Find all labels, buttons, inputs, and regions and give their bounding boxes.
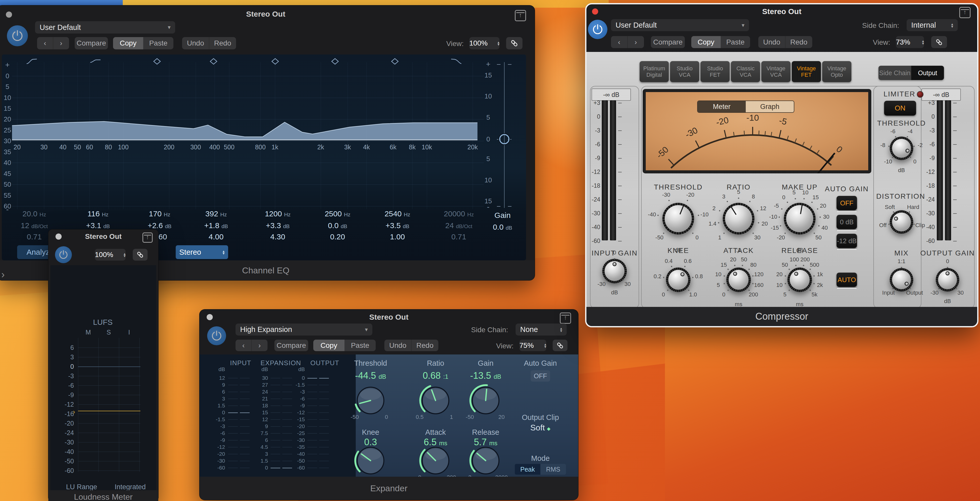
mode-toggle[interactable]: PeakRMS [515,464,566,475]
link-button[interactable] [133,249,148,261]
vu-tab-meter[interactable]: Meter [698,101,746,112]
copy-button[interactable]: Copy [691,36,721,48]
band-gain[interactable]: 0.0 dB [328,221,347,230]
band-gain[interactable]: +2.6 dB [148,221,171,230]
undo-redo-group[interactable]: Undo Redo [182,37,236,49]
titlebar[interactable]: Stereo Out ↑ [48,229,158,245]
prev-next-group[interactable]: ‹› [37,37,69,49]
knob[interactable] [353,383,388,418]
band-frequency[interactable]: 116 Hz [88,210,108,218]
preset-dropdown[interactable]: User Default▾ [35,21,175,33]
plugin-window-mode-icon[interactable]: ↑ [959,7,970,18]
band-q[interactable]: 4.30 [270,232,285,241]
lowpass-band-icon[interactable] [450,58,462,66]
undo-button[interactable]: Undo [182,37,209,49]
plugin-window-mode-icon[interactable]: ↑ [560,313,571,324]
copy-button[interactable]: Copy [113,37,143,49]
highpass-band-icon[interactable] [26,58,37,66]
make-up-knob[interactable] [784,203,816,234]
copy-paste-group[interactable]: Copy Paste [313,340,376,351]
band-frequency[interactable]: 2500 Hz [325,210,351,218]
copy-button[interactable]: Copy [313,340,344,351]
band-q[interactable]: 0.71 [451,232,466,241]
undo-button[interactable]: Undo [384,340,411,351]
copy-paste-group[interactable]: Copy Paste [691,36,750,48]
gain-column-value[interactable]: 0.0 dB [493,223,512,231]
bell-band-icon[interactable] [270,58,281,66]
band-gain[interactable]: +3.1 dB [86,221,110,230]
band-gain[interactable]: 24 dB/Oct [445,221,473,230]
output-clip-value[interactable]: Soft ⬥ [530,423,550,433]
band-frequency[interactable]: 392 Hz [205,210,227,218]
toggle-option-output[interactable]: Output [911,66,944,80]
undo-redo-group[interactable]: Undo Redo [758,36,812,48]
knob[interactable] [418,444,453,477]
next-preset-button[interactable]: › [627,36,644,48]
band-frequency[interactable]: 2540 Hz [385,210,410,218]
vu-mode-toggle[interactable]: MeterGraph [697,100,794,113]
knob[interactable] [469,383,503,418]
threshold-knob[interactable] [662,203,694,234]
ratio-knob[interactable] [723,203,754,234]
link-button[interactable] [553,340,568,351]
prev-next-group[interactable]: ‹› [611,36,644,48]
model-button-studio-fet[interactable]: StudioFET [700,61,730,82]
mode-option-peak[interactable]: Peak [515,464,540,475]
redo-button[interactable]: Redo [411,340,438,351]
plugin-window-mode-icon[interactable]: ↑ [142,232,153,243]
knob[interactable] [353,444,388,477]
knob[interactable] [469,444,503,477]
power-button[interactable] [207,326,226,345]
band-frequency[interactable]: 170 Hz [149,210,170,218]
power-button[interactable] [7,25,28,46]
toggle-option-side-chain[interactable]: Side Chain [878,66,911,80]
disclosure-chevron[interactable]: › [1,269,5,280]
redo-button[interactable]: Redo [209,37,236,49]
band-gain[interactable]: +3.5 dB [385,221,409,230]
next-preset-button[interactable]: › [53,37,69,49]
model-button-classic-vca[interactable]: ClassicVCA [731,61,760,82]
band-gain[interactable]: 12 dB/Oct [21,221,48,230]
limiter-on-button[interactable]: ON [884,101,916,116]
band-q[interactable]: 1.00 [390,232,405,241]
model-button-vintage-opto[interactable]: VintageOpto [822,61,851,82]
link-button[interactable] [931,36,947,48]
compare-button[interactable]: Compare [75,37,108,49]
band-q[interactable]: 0.20 [330,232,345,241]
compare-button[interactable]: Compare [274,340,308,351]
gain-slider-handle[interactable] [499,134,509,144]
auto-gain-option-off[interactable]: OFF [837,196,857,210]
paste-button[interactable]: Paste [721,36,750,48]
prev-preset-button[interactable]: ‹ [37,37,53,49]
bell-band-icon[interactable] [208,58,219,66]
bell-band-icon[interactable] [389,58,401,66]
distortion-knob[interactable] [890,210,913,234]
side-chain-dropdown[interactable]: None▴▾ [515,323,567,336]
mode-option-rms[interactable]: RMS [540,464,566,475]
prev-preset-button[interactable]: ‹ [611,36,627,48]
power-button[interactable] [55,246,72,263]
sidechain-output-toggle[interactable]: Side ChainOutput [878,66,944,80]
band-frequency[interactable]: 20.0 Hz [22,210,46,218]
band-q[interactable]: 4.00 [209,232,224,241]
undo-redo-group[interactable]: Undo Redo [384,340,438,351]
zoom-stepper[interactable]: 100%▴▾ [95,249,126,261]
attack-knob[interactable] [726,267,751,292]
model-button-vintage-vca[interactable]: VintageVCA [761,61,791,82]
paste-button[interactable]: Paste [143,37,173,49]
prev-preset-button[interactable]: ‹ [235,340,251,351]
vu-tab-graph[interactable]: Graph [746,101,794,112]
next-preset-button[interactable]: › [251,340,267,351]
release-knob[interactable] [788,267,812,292]
bell-band-icon[interactable] [329,58,340,66]
preset-dropdown[interactable]: High Expansion▾ [235,323,372,336]
band-q[interactable]: 0.71 [27,232,42,241]
model-button-vintage-fet[interactable]: VintageFET [792,61,821,82]
view-stepper[interactable]: 75%▴▾ [519,340,546,351]
undo-button[interactable]: Undo [758,36,785,48]
side-chain-dropdown[interactable]: Internal▴▾ [907,19,958,31]
view-stepper[interactable]: 100%▴▾ [469,37,500,49]
auto-gain-button[interactable]: OFF [531,370,550,382]
view-stepper[interactable]: 73%▴▾ [896,36,924,48]
auto-release-button[interactable]: AUTO [837,273,857,287]
